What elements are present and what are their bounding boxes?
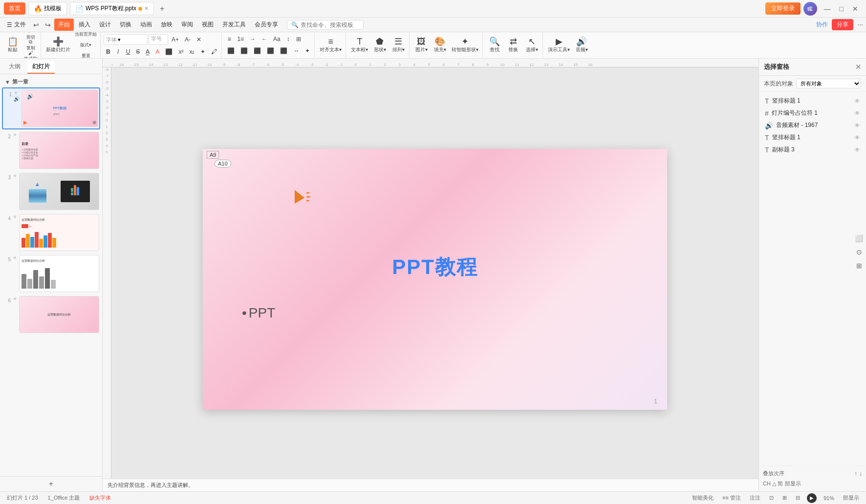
indent-increase-button[interactable]: → xyxy=(247,34,258,44)
view-slide-button[interactable]: ⊞ xyxy=(780,494,789,502)
object-eye-icon-4[interactable]: 👁 xyxy=(854,134,860,141)
indent-decrease-button[interactable]: ← xyxy=(259,34,270,44)
menu-slideshow[interactable]: 放映 xyxy=(157,19,176,31)
zoom-level[interactable]: 91% xyxy=(822,495,836,502)
menu-member[interactable]: 会员专享 xyxy=(251,19,282,31)
object-item-4[interactable]: T 竖排标题 1 👁 xyxy=(762,131,863,144)
play-button[interactable]: ▶ xyxy=(807,493,817,503)
menu-insert[interactable]: 插入 xyxy=(75,19,94,31)
notes-button[interactable]: ≡≡ 管注 xyxy=(720,494,743,502)
filter-select[interactable]: 所有对象 xyxy=(796,79,861,88)
search-input[interactable] xyxy=(301,21,359,28)
z-order-down-button[interactable]: ↓ xyxy=(859,470,862,477)
close-button[interactable]: ✕ xyxy=(848,4,862,14)
thumb-add-icon-1[interactable]: ⊕ xyxy=(92,120,96,125)
object-item-1[interactable]: T 竖排标题 1 👁 xyxy=(762,95,863,107)
align-right-button[interactable]: ⬛ xyxy=(251,46,263,56)
more-options-icon[interactable]: ⋯ xyxy=(857,21,863,28)
tab-find-template[interactable]: 🔥 找模板 xyxy=(28,2,67,15)
align-left-button[interactable]: ⬛ xyxy=(225,46,237,56)
fit-display-button[interactable]: 部显示 xyxy=(841,494,861,502)
numbered-list-button[interactable]: 1≡ xyxy=(235,34,246,44)
audio-button[interactable]: 🔊 音频▾ xyxy=(573,35,590,56)
font-name-selector[interactable]: 字体 ▾ xyxy=(104,34,148,45)
comment-button[interactable]: 注注 xyxy=(748,494,762,502)
tab-ppt-file[interactable]: 📄 WPS PPT教程.pptx ✕ xyxy=(70,2,154,15)
font-size-selector[interactable]: 字号 xyxy=(149,34,168,45)
align-distribute-button[interactable]: ⬛ xyxy=(278,46,290,56)
find-button[interactable]: 🔍 查找 xyxy=(486,35,503,56)
right-edge-button-2[interactable]: ⊙ xyxy=(853,246,865,258)
menu-transition[interactable]: 切换 xyxy=(116,19,135,31)
strikethrough-button[interactable]: S xyxy=(133,47,142,57)
menu-animation[interactable]: 动画 xyxy=(136,19,156,31)
share-button[interactable]: 分享 xyxy=(832,19,853,30)
search-box[interactable]: 🔍 xyxy=(287,20,364,30)
slide-thumb-1[interactable]: 🔊 PPT教程 •PPT ▶ ⊕ xyxy=(22,90,98,127)
highlight-button[interactable]: ⬛ xyxy=(163,47,175,57)
align-justify-button[interactable]: ⬛ xyxy=(264,46,277,56)
right-edge-button-3[interactable]: ⊞ xyxy=(853,260,865,272)
z-order-up-button[interactable]: ↑ xyxy=(854,470,857,477)
replace-button[interactable]: ⇄ 替换 xyxy=(504,35,522,56)
current-page-button[interactable]: 当前页开始 xyxy=(73,32,98,40)
menu-design[interactable]: 设计 xyxy=(95,19,115,31)
undo-button[interactable]: ↩ xyxy=(31,20,42,30)
slide-thumb-4[interactable]: 运营数据对比分析 ● xyxy=(19,214,99,251)
align-center-button[interactable]: ⬛ xyxy=(238,46,250,56)
slideshow-tools-button[interactable]: ▶ 演示工具▾ xyxy=(546,35,572,56)
object-eye-icon-3[interactable]: 👁 xyxy=(854,122,860,129)
view-normal-button[interactable]: ⊡ xyxy=(767,494,776,502)
arrange-button[interactable]: ☰ 排列▾ xyxy=(390,35,407,56)
menu-review[interactable]: 审阅 xyxy=(177,19,197,31)
clear-format-button[interactable]: ✕ xyxy=(194,35,204,44)
bold-button[interactable]: B xyxy=(104,47,113,57)
superscript-button[interactable]: x² xyxy=(176,47,186,57)
menu-view[interactable]: 视图 xyxy=(198,19,217,31)
reset-button[interactable]: 重置 xyxy=(73,51,98,59)
text-box-button[interactable]: T 文本框▾ xyxy=(349,35,370,56)
collab-button[interactable]: 协作 xyxy=(816,21,828,29)
slide-item-4[interactable]: 4 ★ 运营数据对比分析 ● xyxy=(2,212,100,252)
tab-slides[interactable]: 幻灯片 xyxy=(27,61,55,74)
convert-smart-button[interactable]: ✦ xyxy=(303,46,312,56)
format-brush-button[interactable]: 🖌 格式刷 xyxy=(22,51,39,59)
thumb-play-icon-1[interactable]: ▶ xyxy=(23,120,27,125)
slide-thumb-6[interactable]: 运营数据对比分析 xyxy=(19,296,99,333)
text-direction-button[interactable]: ↔ xyxy=(291,46,302,56)
subscript-button[interactable]: x₂ xyxy=(187,47,197,57)
add-tab-button[interactable]: + xyxy=(157,4,167,13)
slide-item-3[interactable]: 3 ★ ▲ xyxy=(2,171,100,211)
slide-canvas[interactable]: A9 A10 PPT教程 • xyxy=(111,67,758,491)
minimize-button[interactable]: — xyxy=(820,4,835,14)
shadow-button[interactable]: A̲ xyxy=(143,47,152,57)
fill-button[interactable]: 🎨 填充▾ xyxy=(431,35,449,56)
bullet-list-button[interactable]: ≡ xyxy=(225,34,234,44)
special-format-button[interactable]: ✦ xyxy=(198,47,208,57)
slide-thumb-2[interactable]: 目录 ✓介绍基本信息 ✓介绍公司文化 ✓介绍公司产品 ✓营销方案 xyxy=(19,132,99,169)
status-theme[interactable]: 1_Office 主题 xyxy=(46,494,82,502)
picture-button[interactable]: 🖼 图片▾ xyxy=(412,35,430,56)
menu-file[interactable]: ☰ 文件 xyxy=(3,19,30,31)
new-slide-button[interactable]: ➕ 新建幻灯片 xyxy=(44,35,72,56)
font-color-button[interactable]: A xyxy=(153,47,162,57)
font-size-increase-button[interactable]: A+ xyxy=(169,35,181,44)
tab-close-icon[interactable]: ✕ xyxy=(144,5,149,12)
convert-to-text-button[interactable]: Aa xyxy=(271,34,283,44)
home-button[interactable]: 首页 xyxy=(4,2,25,15)
fill-color-button[interactable]: 🖍 xyxy=(209,47,219,57)
layout-button[interactable]: 版式▾ xyxy=(73,41,98,50)
right-panel-close-button[interactable]: ✕ xyxy=(855,63,861,71)
avatar[interactable]: tE xyxy=(803,2,817,16)
copy-button[interactable]: ⧉ 复制 xyxy=(22,41,39,50)
slide-item-5[interactable]: 5 ★ 运营数据对比分析 xyxy=(2,253,100,294)
add-slide-button[interactable]: + xyxy=(0,476,102,491)
right-edge-button-1[interactable]: ⬜ xyxy=(853,232,865,244)
status-font[interactable]: 缺失字体 xyxy=(87,494,113,502)
slide-item-2[interactable]: 2 ★ 目录 ✓介绍基本信息 ✓介绍公司文化 ✓介绍公司产品 ✓营销方案 xyxy=(2,130,100,170)
paste-button[interactable]: 📋 粘贴 xyxy=(4,35,22,56)
select-button[interactable]: ↖ 选择▾ xyxy=(523,35,541,56)
object-item-5[interactable]: T 副标题 3 👁 xyxy=(762,144,863,156)
menu-developer[interactable]: 开发工具 xyxy=(218,19,250,31)
cut-button[interactable]: ✂ 剪切 xyxy=(22,32,39,40)
